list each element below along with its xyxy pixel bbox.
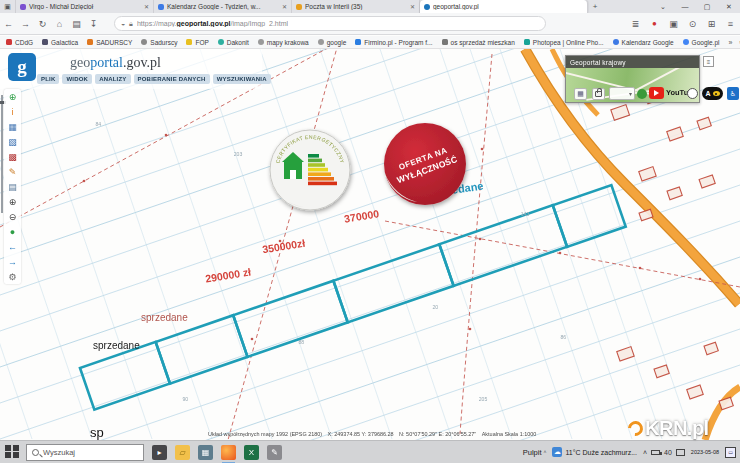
search-placeholder: Wyszukaj	[43, 448, 75, 457]
search-icon	[32, 449, 39, 456]
sidebar-icon[interactable]: ▣	[664, 19, 683, 29]
menu-analizy[interactable]: ANALIZY	[95, 74, 130, 84]
menu-icon[interactable]: ≡	[721, 19, 740, 29]
bookmark-item[interactable]: SADURSCY	[87, 39, 132, 46]
start-button[interactable]	[5, 445, 20, 460]
zoom-out-icon[interactable]: ⊖	[4, 209, 21, 224]
zoom-slider[interactable]	[1, 95, 3, 213]
status-green-icon[interactable]	[637, 89, 647, 99]
zoom-in-icon[interactable]: ⊕	[4, 194, 21, 209]
windows-taskbar: Wyszukaj ▸ ▱ ▦ X ✎ Pulpit˄ ☁︎ 11°C Duże …	[0, 440, 740, 463]
menu-plik[interactable]: PLIK	[37, 74, 59, 84]
bookmark-favicon	[524, 39, 530, 45]
geoportal-menu: PLIK WIDOK ANALIZY POBIERANIE DANYCH WYS…	[37, 74, 271, 84]
grid-view-icon[interactable]: ▦	[574, 88, 587, 100]
reload-icon[interactable]: ↻	[34, 19, 51, 29]
firefox-view-icon[interactable]: ▣	[0, 0, 16, 13]
previous-view-icon[interactable]: ←	[4, 239, 21, 254]
new-tab-button[interactable]: +	[588, 0, 602, 13]
youtube-icon[interactable]	[649, 87, 664, 99]
back-icon[interactable]: ←	[0, 19, 17, 29]
print-icon[interactable]: ▤	[68, 19, 85, 29]
print-map-icon[interactable]: ▤	[4, 179, 21, 194]
bookmark-item[interactable]: google	[318, 39, 347, 46]
full-extent-icon[interactable]: ●	[4, 224, 21, 239]
bookmark-item[interactable]: Google.pl	[683, 39, 720, 46]
map-viewport[interactable]: sprzedane CERTYFIKAT ENERGETYCZNY	[0, 49, 740, 440]
bookmark-favicon	[613, 39, 619, 45]
accessibility-toggle[interactable]: A	[702, 87, 723, 100]
bookmark-item[interactable]: Sadurscy	[141, 39, 177, 46]
extensions-icon[interactable]: ⊞	[702, 19, 721, 29]
taskbar-explorer-icon[interactable]: ▱	[175, 445, 190, 460]
bookmark-item[interactable]: Photopea | Online Pho...	[524, 39, 604, 46]
maximize-button[interactable]: ▢	[696, 3, 718, 11]
list-tabs-icon[interactable]: ⌄	[652, 3, 674, 11]
tray-expand-icon[interactable]: ˄	[643, 449, 647, 456]
taskbar-search[interactable]: Wyszukaj	[26, 444, 144, 461]
tab-calendar[interactable]: Kalendarz Google - Tydzień, w... ✕	[154, 0, 292, 13]
home-icon[interactable]: ⌂	[51, 19, 68, 29]
reader-mode-icon[interactable]: ≣	[626, 19, 645, 29]
minimize-button[interactable]: —	[674, 3, 696, 10]
tab-close-icon[interactable]: ✕	[144, 3, 149, 10]
draw-icon[interactable]: ✎	[4, 164, 21, 179]
menu-pobieranie[interactable]: POBIERANIE DANYCH	[134, 74, 210, 84]
taskbar-video-app-icon[interactable]: ▸	[152, 445, 167, 460]
add-icon[interactable]: ⊕	[4, 89, 21, 104]
tab-title: Poczta w Interii (35)	[305, 3, 407, 10]
settings-icon[interactable]: ⚙	[4, 269, 21, 284]
network-icon[interactable]	[676, 449, 685, 456]
bookmark-item[interactable]: Dakonit	[218, 39, 249, 46]
bookmark-item[interactable]: Firmino.pl - Program f...	[355, 39, 432, 46]
next-view-icon[interactable]: →	[4, 254, 21, 269]
bookmark-item[interactable]: Kalendarz Google	[613, 39, 674, 46]
tab-favicon	[158, 4, 164, 10]
taskbar-excel-icon[interactable]: X	[244, 445, 259, 460]
url-bar[interactable]: ◒ 🔒︎ https://mapy.geoportal.gov.pl/imap/…	[114, 16, 546, 31]
action-center-icon[interactable]: ▭	[725, 447, 736, 458]
tab-geoportal-active[interactable]: geoportal.gov.pl	[420, 0, 588, 13]
system-tray: ˄ 40	[643, 449, 685, 456]
parcel-number: 205	[479, 396, 488, 401]
minimap-expand-icon[interactable]: ≡	[703, 56, 714, 67]
adblock-icon[interactable]: ●	[645, 19, 664, 28]
shield-icon[interactable]: ◒	[121, 20, 125, 27]
url-text: https://mapy.geoportal.gov.pl/imap/Imgp_…	[137, 20, 288, 27]
taskbar-paint-icon[interactable]: ✎	[267, 445, 282, 460]
lock-tool-icon[interactable]	[592, 88, 605, 100]
tab-close-icon[interactable]: ✕	[410, 3, 415, 10]
battery-icon[interactable]	[651, 450, 660, 455]
bookmark-item[interactable]: Galactica	[42, 39, 78, 46]
tab-mail[interactable]: Poczta w Interii (35) ✕	[292, 0, 420, 13]
utility-lines	[0, 49, 740, 440]
weather-widget[interactable]: ☁︎ 11°C Duże zachmurz...	[552, 447, 637, 457]
bookmark-item[interactable]: mapy krakowa	[258, 39, 309, 46]
clear-selection-icon[interactable]: ▩	[4, 149, 21, 164]
info-icon[interactable]: i	[4, 104, 21, 119]
desktop-toolbar[interactable]: Pulpit˄	[523, 448, 547, 457]
tab-close-icon[interactable]: ✕	[282, 3, 287, 10]
bookmark-item[interactable]: FOP	[186, 39, 208, 46]
parcel-number: 90	[183, 396, 189, 401]
layers-icon[interactable]: ▦	[4, 119, 21, 134]
geoportal-logo[interactable]: g	[8, 53, 36, 81]
bookmarks-overflow-icon[interactable]: »	[728, 39, 732, 46]
close-button[interactable]: ✕	[718, 3, 740, 11]
account-icon[interactable]: ⊙	[683, 19, 702, 29]
accessibility-blue-icon[interactable]: ♿︎	[727, 87, 739, 100]
sold-label-black: sprzedane	[93, 340, 140, 351]
menu-widok[interactable]: WIDOK	[62, 74, 92, 84]
taskbar-calculator-icon[interactable]: ▦	[198, 445, 213, 460]
bookmark-item[interactable]: os sprzedaż mieszkan	[442, 39, 515, 46]
bookmark-item[interactable]: CDdG	[6, 39, 33, 46]
taskbar-clock[interactable]: 2023-05-08	[691, 449, 719, 455]
save-page-icon[interactable]: ↧	[85, 19, 102, 29]
help-icon[interactable]	[687, 88, 698, 99]
menu-wyszukiwania[interactable]: WYSZUKIWANIA	[213, 74, 271, 84]
select-area-icon[interactable]: ▧	[4, 134, 21, 149]
forward-icon[interactable]: →	[17, 19, 34, 29]
tab-virgo[interactable]: Virgo - Michał Dzięcioł ✕	[16, 0, 154, 13]
taskbar-firefox-icon[interactable]	[221, 445, 236, 460]
scale-select[interactable]: ▾	[609, 87, 635, 100]
